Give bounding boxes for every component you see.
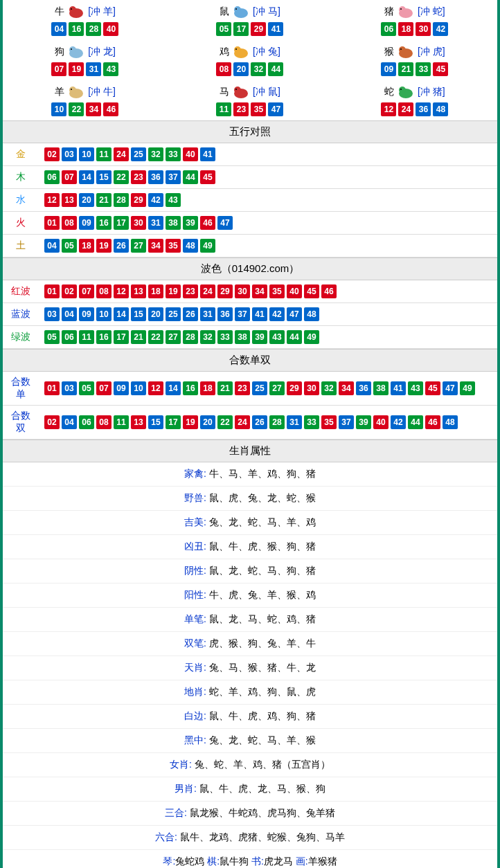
- svg-point-4: [234, 6, 241, 13]
- number-ball: 37: [166, 170, 181, 184]
- attr-value: 兔、蛇、羊、鸡、猪（五宫肖）: [192, 759, 330, 770]
- number-ball: 10: [79, 147, 94, 161]
- row-label: 合数双: [3, 406, 39, 440]
- number-ball: 10: [51, 102, 66, 116]
- number-ball: 37: [235, 307, 250, 321]
- svg-point-8: [400, 8, 402, 10]
- number-ball: 40: [287, 284, 302, 298]
- attr-row: 双笔: 虎、猴、狗、兔、羊、牛: [3, 632, 497, 656]
- number-ball: 02: [44, 415, 60, 429]
- number-ball: 06: [62, 330, 77, 344]
- snake-icon: [395, 84, 416, 100]
- svg-point-22: [234, 87, 241, 93]
- number-ball: 15: [96, 170, 111, 184]
- zodiac-grid: 牛[冲 羊]04162840鼠[冲 马]05172941猪[冲 蛇]061830…: [3, 0, 497, 120]
- svg-point-13: [234, 46, 241, 53]
- number-ball: 45: [425, 381, 440, 395]
- table-row: 木06071415222336374445: [3, 166, 497, 189]
- attr-value: 牛、马、羊、鸡、狗、猪: [206, 468, 316, 479]
- number-ball: 48: [433, 102, 448, 116]
- number-ball: 08: [216, 62, 231, 76]
- number-ball: 23: [233, 102, 249, 116]
- attr-row: 男肖: 鼠、牛、虎、龙、马、猴、狗: [3, 777, 497, 802]
- number-ball: 35: [269, 284, 285, 298]
- zodiac-cell: 羊[冲 牛]10223446: [3, 80, 168, 120]
- number-ball: 28: [86, 22, 101, 36]
- svg-point-2: [71, 8, 72, 10]
- section-shengxiao: 生肖属性: [3, 440, 497, 462]
- attr-row: 天肖: 兔、马、猴、猪、牛、龙: [3, 656, 497, 680]
- number-ball: 40: [103, 22, 118, 36]
- table-row: 红波0102070812131819232429303435404546: [3, 280, 497, 303]
- attr-row: 阳性: 牛、虎、兔、羊、猴、鸡: [3, 584, 497, 608]
- number-ball: 12: [44, 193, 60, 207]
- number-ball: 41: [268, 22, 283, 36]
- attr-label: 阳性:: [184, 589, 206, 600]
- number-ball: 40: [183, 147, 198, 161]
- number-ball: 39: [356, 415, 371, 429]
- number-ball: 15: [148, 415, 163, 429]
- row-label: 火: [3, 212, 39, 235]
- attr-label: 男肖:: [175, 783, 197, 794]
- number-ball: 20: [200, 415, 215, 429]
- number-ball: 47: [217, 216, 233, 230]
- monkey-icon: [395, 44, 416, 60]
- attr-row: 阴性: 鼠、龙、蛇、马、狗、猪: [3, 559, 497, 584]
- attr-value: 鼠、牛、虎、猴、狗、猪: [206, 541, 316, 552]
- number-ball: 18: [398, 22, 413, 36]
- rooster-icon: [231, 44, 251, 60]
- number-ball: 36: [217, 307, 233, 321]
- number-ball: 27: [166, 330, 181, 344]
- attr-label: 棋:: [207, 856, 220, 867]
- pig-icon: [395, 4, 416, 19]
- number-ball: 36: [356, 381, 371, 395]
- number-ball: 08: [96, 415, 111, 429]
- number-ball: 33: [217, 330, 233, 344]
- attr-row: 吉美: 兔、龙、蛇、马、羊、鸡: [3, 511, 497, 535]
- table-row: 金02031011242532334041: [3, 143, 497, 166]
- attr-label: 琴:: [163, 856, 175, 867]
- number-ball: 25: [166, 307, 181, 321]
- number-ball: 14: [79, 170, 94, 184]
- number-ball: 24: [235, 415, 250, 429]
- number-ball: 34: [86, 102, 101, 116]
- number-ball: 41: [391, 381, 406, 395]
- number-ball: 03: [62, 147, 77, 161]
- zodiac-chong: [冲 龙]: [88, 46, 116, 58]
- number-ball: 38: [166, 216, 181, 230]
- row-label: 绿波: [3, 326, 39, 349]
- svg-point-19: [69, 87, 76, 93]
- number-ball: 33: [166, 147, 181, 161]
- number-ball: 12: [148, 381, 163, 395]
- attr-row: 野兽: 鼠、虎、兔、龙、蛇、猴: [3, 487, 497, 511]
- number-ball: 46: [321, 284, 337, 298]
- number-ball: 44: [287, 330, 302, 344]
- table-row: 火0108091617303138394647: [3, 212, 497, 235]
- number-ball: 40: [373, 415, 389, 429]
- number-ball: 04: [51, 22, 66, 36]
- number-ball: 14: [166, 381, 181, 395]
- number-ball: 22: [69, 102, 84, 116]
- number-ball: 25: [252, 381, 267, 395]
- number-ball: 07: [79, 284, 94, 298]
- attr-label: 阴性:: [184, 565, 206, 576]
- attr-row: 家禽: 牛、马、羊、鸡、狗、猪: [3, 462, 497, 487]
- number-ball: 17: [166, 415, 181, 429]
- number-ball: 46: [103, 102, 118, 116]
- number-ball: 23: [235, 381, 250, 395]
- attr-label: 家禽:: [184, 468, 206, 479]
- zodiac-cell: 鸡[冲 兔]08203244: [168, 40, 332, 80]
- zodiac-cell: 鼠[冲 马]05172941: [168, 0, 332, 40]
- number-ball: 29: [217, 284, 233, 298]
- row-label: 红波: [3, 280, 39, 303]
- svg-point-26: [400, 89, 402, 90]
- number-ball: 04: [62, 307, 77, 321]
- svg-point-14: [235, 48, 237, 50]
- number-ball: 09: [79, 216, 94, 230]
- number-ball: 08: [96, 284, 111, 298]
- attr-label: 黑中:: [184, 734, 206, 745]
- number-ball: 30: [416, 22, 431, 36]
- number-ball: 08: [62, 216, 77, 230]
- svg-point-10: [69, 46, 76, 53]
- number-ball: 01: [44, 284, 60, 298]
